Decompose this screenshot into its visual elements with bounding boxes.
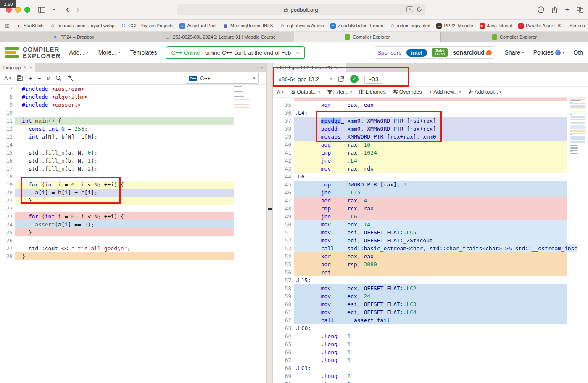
add-new-menu[interactable]: +Add new...▾: [429, 89, 461, 95]
minimize-window-button[interactable]: [15, 7, 21, 13]
bookmark-item[interactable]: ⊘cgl-physics Admin: [279, 23, 324, 29]
code-line-43[interactable]: 43 mov rax, rdx: [273, 165, 567, 173]
browser-tab[interactable]: Compiler Explorer: [294, 32, 441, 42]
compile-status-icon[interactable]: ✓: [350, 75, 359, 83]
code-line-40[interactable]: 40 add rax, 16: [273, 141, 567, 149]
downloads-icon[interactable]: [538, 6, 544, 13]
code-line-70[interactable]: 70 .long 2: [273, 380, 567, 383]
code-line-49[interactable]: 49 jne .L6: [273, 212, 567, 220]
code-line-50[interactable]: 50 mov edx, 14: [273, 220, 567, 228]
code-line-27[interactable]: 27 std::cout << "It's all good\n";: [0, 244, 234, 252]
sponsor-intel[interactable]: intel: [406, 49, 427, 57]
code-line-46[interactable]: 46 jne .L15: [273, 189, 567, 197]
code-line-11[interactable]: 11int main() {: [0, 117, 234, 125]
nav-add[interactable]: Add...▾: [69, 49, 88, 56]
code-line-19[interactable]: 19 for (int i = 0; i < N; ++i) {: [0, 181, 234, 189]
bookmark-item[interactable]: GCGL-Physics Projects: [121, 23, 173, 29]
code-line-17[interactable]: 17 std::fill_n(c, N, 2);: [0, 165, 234, 173]
tab-overview-icon[interactable]: [577, 7, 584, 13]
code-line-34[interactable]: [273, 98, 567, 101]
code-line-14[interactable]: 14: [0, 141, 234, 149]
banner-close-icon[interactable]: ×: [296, 50, 299, 56]
policies-menu[interactable]: Policies▾: [533, 49, 564, 56]
other-menu[interactable]: Oth: [573, 49, 583, 56]
sidebar-toggle-icon[interactable]: [38, 7, 45, 13]
share-icon[interactable]: [551, 6, 558, 13]
save-icon[interactable]: [17, 75, 23, 81]
code-line-26[interactable]: 26: [0, 236, 234, 244]
code-line-55[interactable]: 55 add rsp, 3080: [273, 260, 567, 268]
bookmark-item[interactable]: ●StarStitch: [16, 23, 44, 29]
ce-logo[interactable]: COMPILEREXPLORER: [5, 46, 61, 59]
bookmark-item[interactable]: ⊘index_copy.html: [390, 23, 430, 29]
favorites-grid-icon[interactable]: ⊞: [5, 23, 10, 29]
open-external-icon[interactable]: [338, 76, 344, 82]
rename-icon[interactable]: ✎: [24, 66, 27, 70]
language-select[interactable]: C++ C++ ▾: [185, 73, 259, 84]
libraries-button[interactable]: Libraries: [359, 89, 386, 95]
code-line-16[interactable]: 16 std::fill_n(b, N, 1);: [0, 157, 234, 165]
rename-icon[interactable]: ✎: [335, 66, 338, 70]
back-button[interactable]: ‹: [66, 4, 69, 15]
overrides-button[interactable]: Overrides: [393, 89, 422, 95]
code-line-57[interactable]: 57.L15:: [273, 276, 567, 284]
code-line-25[interactable]: 25 }: [0, 228, 234, 236]
bookmark-item[interactable]: ⊘peanuts-snoo...-uyvr9.webp: [50, 23, 115, 29]
code-line-56[interactable]: 56 ret: [273, 268, 567, 276]
code-line-23[interactable]: 23 for (int i = 0; i < N; ++i) {: [0, 212, 234, 220]
code-line-44[interactable]: 44.L6:: [273, 173, 567, 181]
maximize-pane-icon[interactable]: □: [255, 66, 257, 70]
translate-icon[interactable]: A: [406, 6, 413, 12]
font-size-button[interactable]: A▾: [277, 89, 284, 95]
code-line-63[interactable]: 63.LC0:: [273, 324, 567, 332]
code-line-68[interactable]: 68.LC1:: [273, 364, 567, 372]
asm-editor[interactable]: 35 xor eax, eax36.L4:37 movdqa xmm0, XMM…: [273, 98, 588, 383]
bookmark-item[interactable]: ▶JavaTutorial: [480, 23, 512, 29]
reload-icon[interactable]: [417, 7, 422, 12]
code-line-45[interactable]: 45 cmp DWORD PTR [rax], 3: [273, 181, 567, 189]
code-line-58[interactable]: 58 mov ecx, OFFSET FLAT:.LC2: [273, 284, 567, 292]
chevron-down-icon[interactable]: ▾: [53, 8, 55, 12]
source-minimap[interactable]: [234, 86, 251, 108]
code-line-24[interactable]: 24 assert(a[i] == 3);: [0, 220, 234, 228]
code-line-69[interactable]: 69 .long 2: [273, 372, 567, 380]
bookmark-item[interactable]: SAssistant Pool: [179, 23, 216, 29]
browser-tab[interactable]: Compiler Explorer: [441, 32, 588, 42]
code-line-41[interactable]: 41 cmp rax, 1024: [273, 149, 567, 157]
vim-toggle-icon[interactable]: v: [47, 75, 50, 81]
source-editor[interactable]: 7#include <iostream>8#include <algorithm…: [0, 85, 266, 383]
browser-tab[interactable]: ▤252-0029-00L 2024S: Lecture 01 | Moodle…: [147, 32, 294, 42]
browser-tab[interactable]: ❖PP24 – Dropbox: [0, 32, 147, 42]
sponsor-solid-sands[interactable]: SolidSANDS: [432, 48, 448, 57]
code-line-52[interactable]: 52 mov edi, OFFSET FLAT:_ZSt4cout: [273, 236, 567, 244]
tools-hammer-icon[interactable]: [67, 75, 73, 81]
code-line-21[interactable]: 21 }: [0, 197, 234, 205]
compiler-select[interactable]: x86-64 gcc 13.2 ▾: [279, 76, 332, 82]
code-line-67[interactable]: 67 .long 1: [273, 356, 567, 364]
forward-button[interactable]: ›: [76, 4, 79, 15]
compiler-options-input[interactable]: -O3: [364, 75, 384, 84]
code-line-35[interactable]: 35 xor eax, eax: [273, 101, 567, 109]
filter-menu[interactable]: Filter...▾: [327, 89, 352, 95]
code-line-28[interactable]: 28}: [0, 252, 234, 260]
search-icon[interactable]: [55, 75, 61, 81]
code-line-22[interactable]: 22: [0, 205, 234, 212]
font-size-button[interactable]: A▾: [4, 75, 11, 81]
banner-link[interactable]: C++ Online: [171, 50, 200, 56]
code-line-65[interactable]: 65 .long 1: [273, 340, 567, 348]
code-line-60[interactable]: 60 mov esi, OFFSET FLAT:.LC3: [273, 300, 567, 308]
nav-templates[interactable]: Templates: [130, 49, 157, 56]
code-line-47[interactable]: 47 add rax, 4: [273, 197, 567, 205]
sponsor-sonarcloud[interactable]: sonarcloud: [453, 49, 491, 56]
code-line-59[interactable]: 59 mov edx, 24: [273, 292, 567, 300]
pane-splitter[interactable]: [266, 63, 273, 383]
code-line-61[interactable]: 61 mov edi, OFFSET FLAT:.LC4: [273, 308, 567, 316]
increase-font-icon[interactable]: +: [29, 75, 32, 81]
code-line-9[interactable]: 9#include <cassert>: [0, 101, 234, 109]
code-line-18[interactable]: 18: [0, 173, 234, 181]
close-tab-icon[interactable]: ×: [340, 66, 343, 70]
code-line-12[interactable]: 12 const int N = 256;: [0, 125, 234, 133]
nav-more[interactable]: More...▾: [98, 49, 120, 56]
share-menu[interactable]: Share▾: [505, 49, 524, 56]
code-line-42[interactable]: 42 jne .L4: [273, 157, 567, 165]
